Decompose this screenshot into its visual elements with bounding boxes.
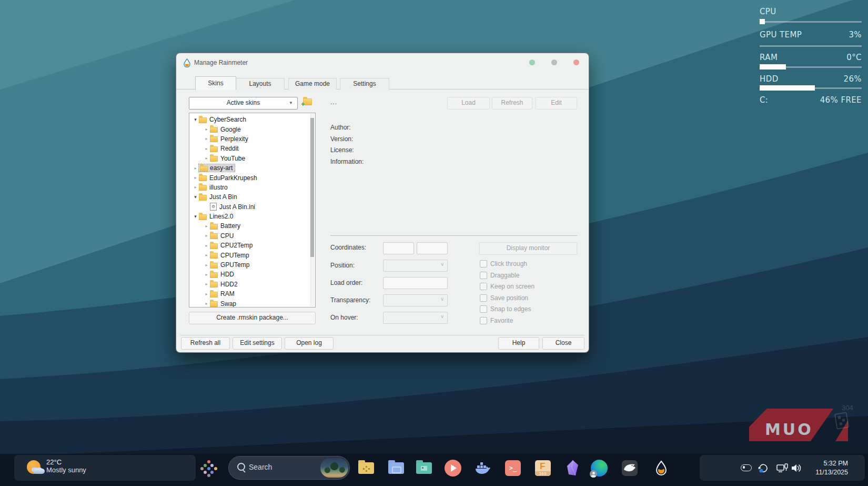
expand-arrow-icon[interactable]: ▸ <box>192 166 199 171</box>
expand-arrow-icon[interactable]: ▸ <box>203 282 210 286</box>
tree-item[interactable]: ▸YouTube <box>189 154 315 163</box>
tree-item[interactable]: ▸Google <box>189 124 315 134</box>
window-minimize-button[interactable] <box>529 59 535 65</box>
coordinate-x-input[interactable] <box>383 242 414 254</box>
tree-item[interactable]: ▸illustro <box>189 183 315 192</box>
start-button[interactable] <box>200 460 217 477</box>
expand-arrow-icon[interactable]: ▸ <box>203 263 210 267</box>
expand-arrow-icon[interactable]: ▸ <box>203 146 210 151</box>
tree-item[interactable]: ▸Battery <box>189 221 315 231</box>
tree-item[interactable]: ▾Lines2.0 <box>189 212 315 221</box>
load-order-input[interactable] <box>383 277 448 289</box>
draggable-checkbox[interactable] <box>480 272 487 279</box>
toggle-switch-icon[interactable] <box>741 464 752 471</box>
tree-item[interactable]: ▸RAM <box>189 289 315 299</box>
tree-item[interactable]: ▸Reddit <box>189 144 315 153</box>
tree-item[interactable]: ▾Just A Bin <box>189 192 315 202</box>
on-hover-dropdown[interactable]: ∨ <box>383 312 448 324</box>
fusion-360-icon[interactable]: F360 <box>534 459 552 477</box>
expand-arrow-icon[interactable]: ▸ <box>203 127 210 132</box>
keep-on-screen-checkbox[interactable] <box>480 283 487 290</box>
edit-button[interactable]: Edit <box>536 97 577 110</box>
favorite-checkbox[interactable] <box>480 317 487 324</box>
tab-game-mode[interactable]: Game mode <box>288 78 337 90</box>
tree-item[interactable]: ▸Swap <box>189 299 315 308</box>
expand-arrow-icon[interactable]: ▸ <box>203 156 210 161</box>
create-new-skin-icon[interactable] <box>303 98 312 105</box>
search-highlight-image[interactable] <box>320 458 348 478</box>
tree-item-selected[interactable]: ▸easy-art <box>189 163 315 173</box>
expand-arrow-icon[interactable]: ▸ <box>203 272 210 277</box>
blue-folder-app-icon[interactable] <box>387 459 405 477</box>
skins-filter-dropdown[interactable]: Active skins ▼ <box>189 97 298 110</box>
expand-arrow-icon[interactable]: ▸ <box>192 185 199 190</box>
expand-arrow-icon[interactable]: ▸ <box>203 136 210 141</box>
create-rmskin-package-button[interactable]: Create .rmskin package... <box>189 312 316 324</box>
tree-item[interactable]: ▸Perplexity <box>189 134 315 144</box>
volume-icon[interactable] <box>791 463 802 475</box>
snap-to-edges-checkbox[interactable] <box>480 305 487 313</box>
docker-icon[interactable] <box>474 459 492 477</box>
skins-tree[interactable]: ▾CyberSearch ▸Google ▸Perplexity ▸Reddit… <box>189 113 316 308</box>
weather-widget[interactable]: 22°C Mostly sunny <box>14 455 196 481</box>
refresh-all-button[interactable]: Refresh all <box>181 337 230 350</box>
edge-browser-icon[interactable] <box>590 459 608 477</box>
eagle-app-icon[interactable] <box>621 459 639 477</box>
position-dropdown[interactable]: ∨ <box>383 260 448 272</box>
expand-arrow-icon[interactable]: ▸ <box>203 253 210 257</box>
meter-bar-ram <box>760 64 862 70</box>
tree-item[interactable]: ▾CyberSearch <box>189 115 315 124</box>
tree-item[interactable]: ▸EduParkKrupesh <box>189 173 315 182</box>
terminal-icon[interactable]: >_ <box>504 459 522 477</box>
search-box[interactable]: Search <box>228 456 350 480</box>
tree-item[interactable]: ▸HDD2 <box>189 280 315 289</box>
window-close-button[interactable] <box>573 59 579 65</box>
teal-folder-app-icon[interactable] <box>415 459 433 477</box>
expand-arrow-icon[interactable]: ▸ <box>203 301 210 306</box>
clock[interactable]: 5:32 PM 11/13/2025 <box>815 459 848 477</box>
expand-arrow-icon[interactable]: ▸ <box>203 292 210 296</box>
sync-icon[interactable] <box>758 462 769 475</box>
collapse-arrow-icon[interactable]: ▾ <box>192 117 199 122</box>
tree-scrollbar[interactable] <box>310 114 315 306</box>
ethernet-icon[interactable] <box>776 463 788 475</box>
tree-item[interactable]: ▸CPUTemp <box>189 250 315 260</box>
collapse-arrow-icon[interactable]: ▾ <box>192 214 199 219</box>
settings-separator <box>330 235 577 236</box>
collapse-arrow-icon[interactable]: ▾ <box>192 194 199 200</box>
display-monitor-button[interactable]: Display monitor <box>479 242 577 255</box>
expand-arrow-icon[interactable]: ▸ <box>192 175 199 180</box>
tree-item[interactable]: ▸GPUTemp <box>189 260 315 270</box>
load-button[interactable]: Load <box>447 97 490 110</box>
tab-skins[interactable]: Skins <box>195 76 236 90</box>
help-button[interactable]: Help <box>498 337 539 350</box>
expand-arrow-icon[interactable]: ▸ <box>203 233 210 238</box>
tree-item[interactable]: ▸HDD <box>189 270 315 279</box>
open-log-button[interactable]: Open log <box>285 337 334 350</box>
transparency-dropdown[interactable]: ∨ <box>383 294 448 306</box>
coordinate-y-input[interactable] <box>417 242 448 254</box>
system-tray[interactable]: 5:32 PM 11/13/2025 <box>700 455 865 481</box>
scrollbar-thumb[interactable] <box>310 118 314 257</box>
yellow-folder-app-icon[interactable] <box>357 459 375 477</box>
start-dot <box>204 464 207 467</box>
expand-arrow-icon[interactable]: ▸ <box>203 243 210 248</box>
tree-item[interactable]: ▸CPU <box>189 231 315 241</box>
window-maximize-button[interactable] <box>551 59 557 65</box>
rainmeter-icon[interactable] <box>652 459 670 477</box>
tree-item[interactable]: ▸CPU2Temp <box>189 241 315 250</box>
save-position-checkbox[interactable] <box>480 294 487 302</box>
edit-settings-button[interactable]: Edit settings <box>233 337 282 350</box>
meter-ram: RAM 0°C <box>760 53 862 62</box>
muo-logo-text: MUO <box>765 420 813 439</box>
tab-settings[interactable]: Settings <box>340 78 389 90</box>
expand-arrow-icon[interactable]: ▸ <box>203 224 210 229</box>
close-button[interactable]: Close <box>542 337 584 350</box>
obsidian-icon[interactable] <box>563 459 581 477</box>
refresh-button[interactable]: Refresh <box>492 97 532 110</box>
tab-layouts[interactable]: Layouts <box>236 78 285 90</box>
media-player-icon[interactable] <box>444 459 462 477</box>
click-through-checkbox[interactable] <box>480 260 487 267</box>
folder-icon <box>210 146 218 152</box>
tree-item[interactable]: ⚙Just A Bin.ini <box>189 202 315 212</box>
